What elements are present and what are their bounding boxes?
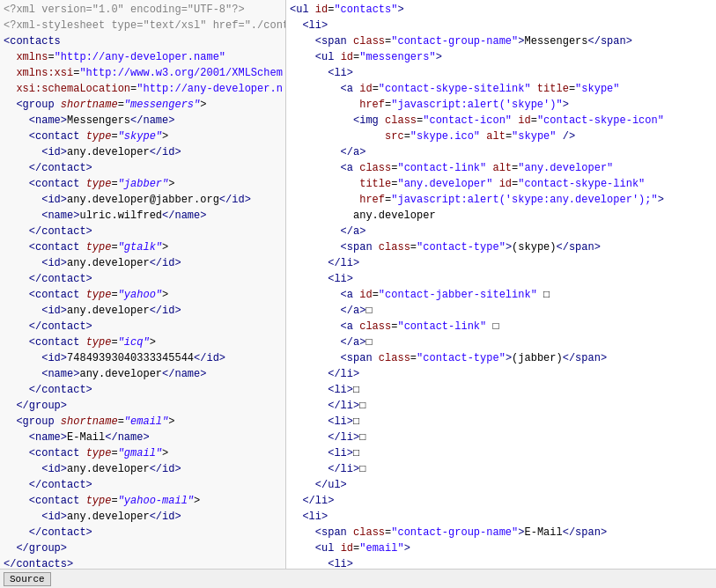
code-line: <contact type="gtalk"> bbox=[4, 239, 282, 255]
code-line: </li> bbox=[290, 493, 712, 509]
code-line: </a>□ bbox=[290, 334, 712, 350]
code-line: <id>any.developer@jabber.org</id> bbox=[4, 192, 282, 208]
code-line: href="javascript:alert('skype')"> bbox=[290, 97, 712, 113]
code-line: </li> bbox=[290, 255, 712, 271]
code-line: </contact> bbox=[4, 271, 282, 287]
code-line: <contacts bbox=[4, 33, 282, 49]
code-line: <li>□ bbox=[290, 414, 712, 430]
code-line: <?xml version="1.0" encoding="UTF-8"?> bbox=[4, 2, 282, 18]
code-line: <ul id="contacts"> bbox=[290, 2, 712, 18]
code-line: <id>any.developer</id> bbox=[4, 144, 282, 160]
code-line: <name>Messengers</name> bbox=[4, 113, 282, 129]
code-line: <li> bbox=[290, 65, 712, 81]
code-line: </contact> bbox=[4, 477, 282, 493]
code-line: <span class="contact-group-name">Messeng… bbox=[290, 33, 712, 49]
code-line: </contact> bbox=[4, 160, 282, 176]
code-line: <a class="contact-link" □ bbox=[290, 319, 712, 334]
code-line: </a> bbox=[290, 224, 712, 239]
right-code-block: <ul id="contacts"> <li> <span class="con… bbox=[290, 2, 712, 569]
code-line: <id>74849393040333345544</id> bbox=[4, 350, 282, 366]
code-line: <id>any.developer</id> bbox=[4, 255, 282, 271]
left-panel[interactable]: <?xml version="1.0" encoding="UTF-8"?><?… bbox=[0, 0, 286, 569]
code-line: </contact> bbox=[4, 382, 282, 398]
right-panel[interactable]: <ul id="contacts"> <li> <span class="con… bbox=[286, 0, 716, 569]
code-line: xsi:schemaLocation="http://any-developer… bbox=[4, 81, 282, 97]
code-line: <a id="contact-skype-sitelink" title="sk… bbox=[290, 81, 712, 97]
code-line: <ul id="email"> bbox=[290, 540, 712, 556]
left-code-block: <?xml version="1.0" encoding="UTF-8"?><?… bbox=[4, 2, 282, 569]
code-line: </li>□ bbox=[290, 398, 712, 414]
code-line: <span class="contact-type">(skype)</span… bbox=[290, 239, 712, 255]
code-line: </contacts> bbox=[4, 556, 282, 569]
code-line: </contact> bbox=[4, 525, 282, 540]
code-line: <li> bbox=[290, 556, 712, 569]
code-line: title="any.developer" id="contact-skype-… bbox=[290, 176, 712, 192]
code-line: src="skype.ico" alt="skype" /> bbox=[290, 129, 712, 144]
code-line: <ul id="messengers"> bbox=[290, 49, 712, 65]
code-line: <id>any.developer</id> bbox=[4, 509, 282, 525]
code-line: <contact type="skype"> bbox=[4, 129, 282, 144]
code-line: href="javascript:alert('skype:any.develo… bbox=[290, 192, 712, 208]
code-line: <li> bbox=[290, 509, 712, 525]
code-line: <span class="contact-group-name">E-Mail<… bbox=[290, 525, 712, 540]
code-line: </group> bbox=[4, 398, 282, 414]
code-line: <a class="contact-link" alt="any.develop… bbox=[290, 160, 712, 176]
code-line: <?xml-stylesheet type="text/xsl" href=".… bbox=[4, 18, 282, 33]
code-line: </ul> bbox=[290, 477, 712, 493]
code-line: <group shortname="messengers"> bbox=[4, 97, 282, 113]
code-line: <name>E-Mail</name> bbox=[4, 430, 282, 445]
code-line: <name>any.developer</name> bbox=[4, 366, 282, 382]
main-container: <?xml version="1.0" encoding="UTF-8"?><?… bbox=[0, 0, 716, 588]
code-line: </li>□ bbox=[290, 461, 712, 477]
code-line: </li>□ bbox=[290, 430, 712, 445]
panels-row: <?xml version="1.0" encoding="UTF-8"?><?… bbox=[0, 0, 716, 569]
code-line: </group> bbox=[4, 540, 282, 556]
code-line: <li> bbox=[290, 271, 712, 287]
code-line: <group shortname="email"> bbox=[4, 414, 282, 430]
code-line: <img class="contact-icon" id="contact-sk… bbox=[290, 113, 712, 129]
code-line: xmlns="http://any-developer.name" bbox=[4, 49, 282, 65]
code-line: <contact type="jabber"> bbox=[4, 176, 282, 192]
code-line: </contact> bbox=[4, 319, 282, 334]
code-line: <name>ulric.wilfred</name> bbox=[4, 208, 282, 224]
source-button[interactable]: Source bbox=[4, 572, 51, 586]
code-line: <span class="contact-type">(jabber)</spa… bbox=[290, 350, 712, 366]
code-line: <li>□ bbox=[290, 382, 712, 398]
code-line: </a> bbox=[290, 144, 712, 160]
code-line: <li> bbox=[290, 18, 712, 33]
code-line: <a id="contact-jabber-sitelink" □ bbox=[290, 287, 712, 303]
code-line: <contact type="yahoo"> bbox=[4, 287, 282, 303]
code-line: <id>any.developer</id> bbox=[4, 461, 282, 477]
code-line: xmlns:xsi="http://www.w3.org/2001/XMLSch… bbox=[4, 65, 282, 81]
code-line: any.developer bbox=[290, 208, 712, 224]
code-line: </a>□ bbox=[290, 303, 712, 319]
status-bar: Source bbox=[0, 569, 716, 588]
code-line: <contact type="gmail"> bbox=[4, 445, 282, 461]
code-line: <contact type="icq"> bbox=[4, 334, 282, 350]
code-line: </contact> bbox=[4, 224, 282, 239]
code-line: <contact type="yahoo-mail"> bbox=[4, 493, 282, 509]
code-line: <id>any.developer</id> bbox=[4, 303, 282, 319]
code-line: <li>□ bbox=[290, 445, 712, 461]
code-line: </li> bbox=[290, 366, 712, 382]
